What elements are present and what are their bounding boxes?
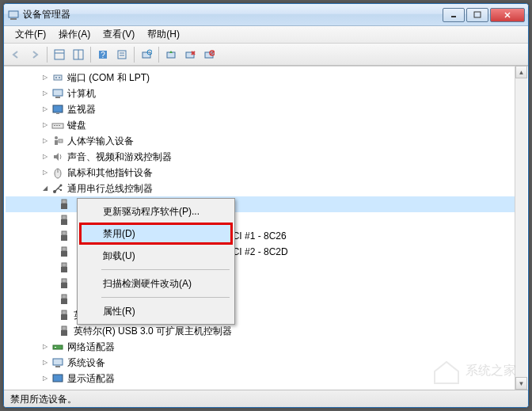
- node-label: 鼠标和其他指针设备: [67, 165, 153, 181]
- usb-device-icon: [58, 293, 70, 306]
- toolbar-detail-icon[interactable]: [51, 46, 68, 63]
- tree-node-mouse[interactable]: ▷鼠标和其他指针设备: [6, 165, 526, 181]
- back-button: [7, 46, 25, 63]
- svg-rect-44: [60, 189, 62, 191]
- expand-icon[interactable]: ▷: [40, 136, 50, 146]
- close-button[interactable]: [490, 8, 525, 22]
- window-controls: [443, 8, 525, 22]
- update-driver-icon[interactable]: [162, 46, 180, 63]
- scroll-down-button[interactable]: ▼: [515, 377, 527, 390]
- ctx-update-driver[interactable]: 更新驱动程序软件(P)...: [79, 200, 233, 223]
- node-label: 系统设备: [67, 355, 105, 371]
- tree-node-keyboard[interactable]: ▷键盘: [6, 117, 526, 133]
- svg-rect-53: [62, 263, 66, 267]
- expand-icon[interactable]: ▷: [40, 120, 50, 130]
- svg-rect-50: [61, 235, 67, 241]
- svg-rect-34: [59, 125, 60, 126]
- menu-file[interactable]: 文件(F): [9, 26, 52, 43]
- device-tree[interactable]: ▷端口 (COM 和 LPT) ▷计算机 ▷监视器 ▷键盘 ▷人体学输入设备 ▷…: [4, 67, 528, 390]
- uninstall-icon[interactable]: [181, 46, 199, 63]
- usb-device-icon: [58, 230, 70, 242]
- tree-node-computer[interactable]: ▷计算机: [6, 86, 526, 101]
- svg-rect-30: [56, 113, 59, 114]
- maximize-button[interactable]: [466, 8, 488, 22]
- svg-rect-56: [61, 283, 67, 288]
- scan-hardware-icon[interactable]: [138, 46, 155, 63]
- monitor-icon: [51, 103, 64, 116]
- device-manager-window: 设备管理器 文件(F) 操作(A) 查看(V) 帮助(H) ? ▷端口 (COM…: [3, 3, 529, 408]
- ctx-uninstall[interactable]: 卸载(U): [79, 245, 233, 267]
- expand-icon[interactable]: ▷: [40, 374, 50, 383]
- port-icon: [51, 71, 64, 84]
- menu-action[interactable]: 操作(A): [52, 26, 97, 43]
- display-icon: [51, 372, 64, 385]
- tree-content: ▷端口 (COM 和 LPT) ▷计算机 ▷监视器 ▷键盘 ▷人体学输入设备 ▷…: [4, 66, 528, 390]
- svg-rect-61: [62, 326, 66, 330]
- menu-help[interactable]: 帮助(H): [141, 26, 186, 43]
- svg-rect-66: [55, 366, 60, 367]
- svg-rect-57: [62, 295, 66, 299]
- scroll-up-button[interactable]: ▲: [515, 66, 527, 78]
- ctx-disable[interactable]: 禁用(D): [79, 223, 233, 245]
- toolbar-list-icon[interactable]: [70, 46, 87, 63]
- window-title: 设备管理器: [23, 8, 443, 21]
- expand-icon[interactable]: ▷: [40, 358, 50, 367]
- svg-point-35: [55, 136, 58, 139]
- expand-icon[interactable]: ▷: [40, 168, 50, 177]
- expand-icon[interactable]: ▷: [40, 152, 50, 162]
- node-label: 网络适配器: [67, 339, 115, 355]
- collapse-icon[interactable]: ◢: [40, 184, 50, 193]
- svg-rect-59: [62, 310, 66, 314]
- forward-button: [26, 46, 44, 63]
- svg-rect-64: [55, 347, 56, 348]
- svg-rect-15: [142, 52, 150, 58]
- node-label: 显示适配器: [67, 371, 115, 386]
- svg-point-26: [59, 77, 60, 78]
- svg-text:?: ?: [101, 51, 105, 59]
- expand-icon[interactable]: ▷: [40, 73, 50, 82]
- usb-device-icon: [58, 277, 70, 290]
- title-bar[interactable]: 设备管理器: [4, 4, 528, 26]
- system-icon: [51, 356, 64, 369]
- tree-node-sound[interactable]: ▷声音、视频和游戏控制器: [6, 149, 526, 165]
- status-text: 禁用所选设备。: [10, 394, 77, 405]
- tree-node-ports[interactable]: ▷端口 (COM 和 LPT): [6, 70, 526, 86]
- svg-rect-28: [55, 97, 60, 98]
- tree-node-monitor[interactable]: ▷监视器: [6, 101, 526, 117]
- svg-rect-32: [54, 125, 55, 126]
- tree-node-usb-item[interactable]: 英特尔(R) USB 3.0 可扩展主机控制器: [6, 323, 526, 339]
- expand-icon[interactable]: ▷: [40, 105, 50, 114]
- svg-rect-27: [53, 89, 63, 96]
- node-label: 键盘: [67, 117, 86, 133]
- tree-node-hid[interactable]: ▷人体学输入设备: [6, 133, 526, 149]
- minimize-button[interactable]: [443, 8, 465, 22]
- expand-icon[interactable]: ▷: [40, 89, 50, 98]
- svg-rect-63: [53, 345, 63, 349]
- vertical-scrollbar[interactable]: ▲ ▼: [515, 66, 527, 390]
- ctx-properties[interactable]: 属性(R): [79, 300, 233, 322]
- svg-rect-46: [61, 204, 67, 209]
- tree-node-display[interactable]: ▷显示适配器: [6, 371, 526, 386]
- disable-icon[interactable]: [200, 46, 218, 63]
- separator: [101, 269, 230, 270]
- svg-rect-60: [61, 314, 67, 320]
- svg-rect-51: [62, 247, 66, 251]
- expand-icon[interactable]: ▷: [40, 342, 50, 352]
- help-icon[interactable]: ?: [94, 46, 112, 63]
- tree-node-system[interactable]: ▷系统设备: [6, 355, 526, 371]
- tree-node-usb[interactable]: ◢通用串行总线控制器: [6, 181, 526, 196]
- svg-rect-58: [61, 299, 67, 304]
- svg-rect-36: [55, 140, 58, 145]
- properties-icon[interactable]: [113, 46, 131, 63]
- svg-rect-3: [474, 12, 481, 17]
- usb-device-icon: [58, 198, 70, 211]
- menu-view[interactable]: 查看(V): [97, 26, 141, 43]
- ctx-scan-hardware[interactable]: 扫描检测硬件改动(A): [79, 272, 233, 295]
- tree-node-network[interactable]: ▷网络适配器: [6, 339, 526, 355]
- node-label: 端口 (COM 和 LPT): [67, 70, 150, 86]
- context-menu: 更新驱动程序软件(P)... 禁用(D) 卸载(U) 扫描检测硬件改动(A) 属…: [77, 198, 235, 325]
- svg-rect-24: [54, 75, 62, 80]
- hid-icon: [51, 135, 64, 147]
- svg-rect-47: [62, 215, 66, 219]
- status-bar: 禁用所选设备。: [4, 390, 528, 407]
